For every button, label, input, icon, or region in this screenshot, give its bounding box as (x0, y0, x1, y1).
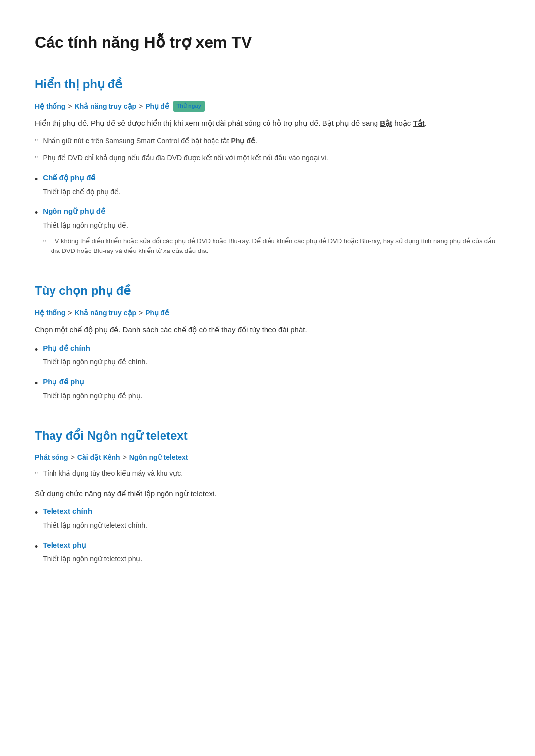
breadcrumb-3: Phát sóng > Cài đặt Kênh > Ngôn ngữ tele… (35, 452, 500, 463)
bullet-item-1: • Chế độ phụ đề Thiết lập chế độ phụ đề. (35, 172, 500, 198)
breadcrumb-3-sep-2: > (123, 452, 127, 463)
breadcrumb-2-item-1: Hệ thống (35, 307, 65, 318)
bold-bat: Bật (380, 119, 392, 127)
section-1-intro: Hiển thị phụ đề. Phụ đề sẽ được hiển thị… (35, 117, 500, 130)
bullet-list-2: • Phụ đề chính Thiết lập ngôn ngữ phụ đề… (35, 342, 500, 402)
breadcrumb-item-3: Phụ đề (145, 101, 169, 112)
section-tuy-chon-phu-de: Tùy chọn phụ đề Hệ thống > Khả năng truy… (35, 281, 500, 401)
sub-quote-icon-1: " (43, 236, 46, 249)
bullet-icon-5: • (35, 506, 38, 520)
quote-icon-3: " (35, 468, 38, 481)
breadcrumb-3-item-2: Cài đặt Kênh (77, 452, 120, 463)
note-list-1: " Nhấn giữ nút c trên Samsung Smart Cont… (35, 135, 500, 165)
breadcrumb-2-sep-1: > (68, 307, 72, 318)
breadcrumb-2-sep-2: > (139, 307, 143, 318)
section-heading-2: Tùy chọn phụ đề (35, 281, 500, 300)
bullet-title-5: Teletext chính (43, 505, 500, 517)
bullet-item-2: • Ngôn ngữ phụ đề Thiết lập ngôn ngữ phụ… (35, 205, 500, 257)
bullet-icon-3: • (35, 343, 38, 357)
quote-icon-1: " (35, 136, 38, 149)
bullet-desc-5: Thiết lập ngôn ngữ teletext chính. (43, 521, 147, 529)
note-list-3: " Tính khả dụng tùy theo kiểu máy và khu… (35, 468, 500, 481)
bullet-desc-2: Thiết lập ngôn ngữ phụ đề. (43, 221, 128, 229)
breadcrumb-3-item-3: Ngôn ngữ teletext (129, 452, 188, 463)
bold-tat: Tắt (413, 119, 425, 127)
bullet-title-4: Phụ đề phụ (43, 376, 500, 388)
bullet-list-1: • Chế độ phụ đề Thiết lập chế độ phụ đề.… (35, 172, 500, 257)
bullet-title-1: Chế độ phụ đề (43, 172, 500, 184)
sub-note-item-1: " TV không thể điều khiển hoặc sửa đổi c… (43, 236, 500, 257)
note-text-1: Nhấn giữ nút c trên Samsung Smart Contro… (43, 135, 257, 146)
sub-note-1: " TV không thể điều khiển hoặc sửa đổi c… (43, 236, 500, 257)
note-item-3: " Tính khả dụng tùy theo kiểu máy và khu… (35, 468, 500, 481)
bullet-content-6: Teletext phụ Thiết lập ngôn ngữ teletext… (43, 539, 500, 565)
bullet-content-4: Phụ đề phụ Thiết lập ngôn ngữ phụ đề phụ… (43, 376, 500, 402)
note-text-2: Phụ đề DVD chỉ khả dụng nếu đầu đĩa DVD … (43, 152, 328, 163)
section-3-intro2: Sử dụng chức năng này để thiết lập ngôn … (35, 487, 500, 500)
section-2-intro: Chọn một chế độ phụ đề. Danh sách các ch… (35, 323, 500, 336)
bullet-item-5: • Teletext chính Thiết lập ngôn ngữ tele… (35, 505, 500, 531)
bullet-item-6: • Teletext phụ Thiết lập ngôn ngữ telete… (35, 539, 500, 565)
breadcrumb-item-2: Khả năng truy cập (75, 101, 137, 112)
quote-icon-2: " (35, 153, 38, 166)
bullet-content-2: Ngôn ngữ phụ đề Thiết lập ngôn ngữ phụ đ… (43, 205, 500, 257)
badge-thu-ngay-1: Thử ngay (173, 101, 205, 112)
bullet-title-2: Ngôn ngữ phụ đề (43, 205, 500, 217)
breadcrumb-1: Hệ thống > Khả năng truy cập > Phụ đề Th… (35, 101, 500, 112)
bullet-item-3: • Phụ đề chính Thiết lập ngôn ngữ phụ đề… (35, 342, 500, 368)
section-heading-1: Hiển thị phụ đề (35, 75, 500, 94)
breadcrumb-3-sep-1: > (71, 452, 75, 463)
bullet-content-5: Teletext chính Thiết lập ngôn ngữ telete… (43, 505, 500, 531)
bullet-title-6: Teletext phụ (43, 539, 500, 551)
note-item-2: " Phụ đề DVD chỉ khả dụng nếu đầu đĩa DV… (35, 152, 500, 166)
breadcrumb-2-item-2: Khả năng truy cập (75, 307, 137, 318)
breadcrumb-2-item-3: Phụ đề (145, 307, 169, 318)
section-teletext: Thay đổi Ngôn ngữ teletext Phát sóng > C… (35, 426, 500, 565)
bullet-content-1: Chế độ phụ đề Thiết lập chế độ phụ đề. (43, 172, 500, 198)
breadcrumb-sep-2: > (139, 101, 143, 112)
breadcrumb-3-item-1: Phát sóng (35, 452, 68, 463)
section-heading-3: Thay đổi Ngôn ngữ teletext (35, 426, 500, 445)
section-hien-thi-phu-de: Hiển thị phụ đề Hệ thống > Khả năng truy… (35, 75, 500, 256)
note-item-1: " Nhấn giữ nút c trên Samsung Smart Cont… (35, 135, 500, 149)
bullet-desc-1: Thiết lập chế độ phụ đề. (43, 188, 121, 196)
bullet-desc-6: Thiết lập ngôn ngữ teletext phụ. (43, 555, 142, 563)
breadcrumb-item-1: Hệ thống (35, 101, 65, 112)
breadcrumb-2: Hệ thống > Khả năng truy cập > Phụ đề (35, 307, 500, 318)
bullet-desc-4: Thiết lập ngôn ngữ phụ đề phụ. (43, 392, 142, 400)
page-title: Các tính năng Hỗ trợ xem TV (35, 30, 500, 55)
bullet-icon-4: • (35, 376, 38, 391)
bullet-icon-6: • (35, 540, 38, 554)
bullet-list-3: • Teletext chính Thiết lập ngôn ngữ tele… (35, 505, 500, 565)
bullet-content-3: Phụ đề chính Thiết lập ngôn ngữ phụ đề c… (43, 342, 500, 368)
bullet-item-4: • Phụ đề phụ Thiết lập ngôn ngữ phụ đề p… (35, 376, 500, 402)
bullet-desc-3: Thiết lập ngôn ngữ phụ đề chính. (43, 358, 147, 366)
note-text-3: Tính khả dụng tùy theo kiểu máy và khu v… (43, 468, 183, 479)
sub-note-text-1: TV không thể điều khiển hoặc sửa đổi các… (51, 236, 500, 257)
bullet-title-3: Phụ đề chính (43, 342, 500, 354)
breadcrumb-sep-1: > (68, 101, 72, 112)
bullet-icon-2: • (35, 206, 38, 220)
bullet-icon-1: • (35, 172, 38, 187)
